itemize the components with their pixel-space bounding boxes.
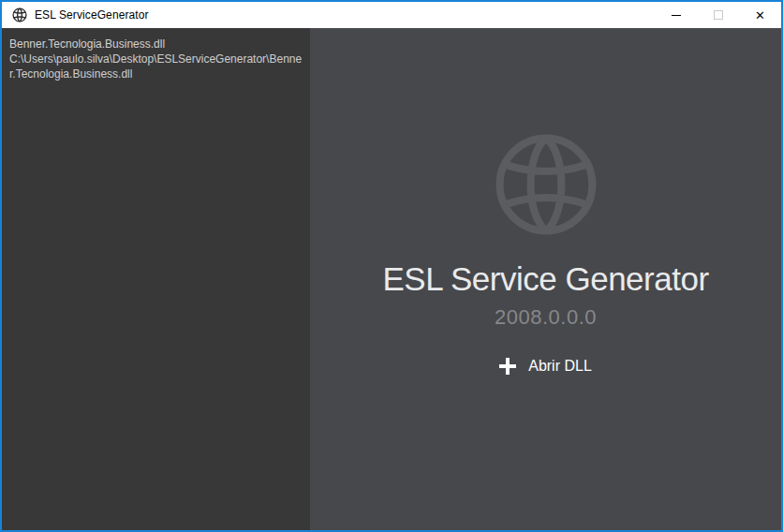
titlebar: ESL ServiceGenerator ✕ (2, 2, 781, 28)
close-icon: ✕ (755, 9, 765, 22)
plus-icon (499, 358, 516, 375)
maximize-button[interactable] (697, 2, 739, 28)
open-dll-button[interactable]: Abrir DLL (499, 358, 592, 375)
main-panel: ESL Service Generator 2008.0.0.0 Abrir D… (310, 28, 781, 530)
app-window: ESL ServiceGenerator ✕ Benner.Tecnologia… (0, 0, 783, 532)
dll-list-item[interactable]: Benner.Tecnologia.Business.dll C:\Users\… (9, 37, 303, 81)
minimize-button[interactable] (655, 2, 697, 28)
close-button[interactable]: ✕ (739, 2, 781, 28)
minimize-icon (672, 15, 681, 16)
dll-name: Benner.Tecnologia.Business.dll (9, 37, 303, 52)
open-dll-label: Abrir DLL (528, 358, 592, 375)
app-body: Benner.Tecnologia.Business.dll C:\Users\… (2, 28, 781, 530)
sidebar-dll-list: Benner.Tecnologia.Business.dll C:\Users\… (2, 28, 310, 530)
window-title: ESL ServiceGenerator (35, 8, 149, 22)
app-globe-icon (12, 7, 27, 22)
globe-icon (493, 131, 599, 238)
app-version: 2008.0.0.0 (495, 305, 597, 330)
app-title: ESL Service Generator (382, 260, 708, 298)
dll-path: C:\Users\paulo.silva\Desktop\ESLServiceG… (9, 52, 303, 81)
maximize-icon (714, 10, 723, 20)
